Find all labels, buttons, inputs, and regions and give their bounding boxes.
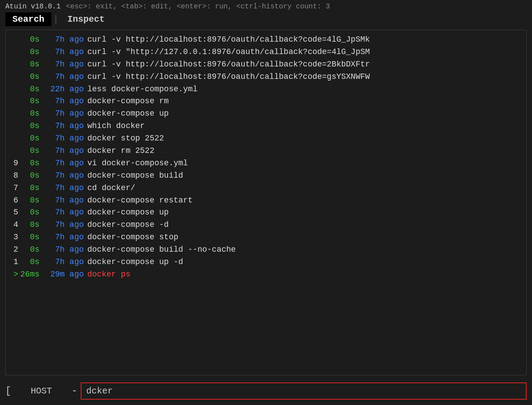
table-row: 20s7h agodocker-compose build --no-cache <box>8 244 524 256</box>
table-row: 0s7h agowhich docker <box>8 120 524 132</box>
row-duration: 0s <box>20 132 43 145</box>
main-content: 0s7h agocurl -v http://localhost:8976/oa… <box>0 26 532 379</box>
row-duration: 0s <box>20 83 43 96</box>
row-duration: 26ms <box>20 269 43 281</box>
row-duration: 0s <box>20 58 43 71</box>
row-time: 7h ago <box>43 46 87 58</box>
row-duration: 0s <box>20 108 43 120</box>
row-cmd: cd docker/ <box>87 182 135 195</box>
row-cmd: curl -v http://localhost:8976/oauth/call… <box>87 58 370 71</box>
table-row: 0s7h agodocker rm 2522 <box>8 145 524 157</box>
row-index: 9 <box>8 157 20 170</box>
table-row: 40s7h agodocker-compose -d <box>8 219 524 231</box>
row-time: 7h ago <box>43 256 87 269</box>
row-duration: 0s <box>20 46 43 58</box>
row-cmd: docker-compose stop <box>87 231 178 244</box>
row-cmd: docker-compose rm <box>87 95 169 108</box>
row-cmd: docker-compose restart <box>87 195 193 207</box>
row-time: 7h ago <box>43 120 87 132</box>
row-cmd: docker-compose up -d <box>87 256 183 269</box>
row-time: 7h ago <box>43 58 87 71</box>
title-row: Atuin v18.0.1 <esc>: exit, <tab>: edit, … <box>5 3 527 12</box>
row-duration: 0s <box>20 71 43 83</box>
row-time: 7h ago <box>43 145 87 157</box>
row-index: 5 <box>8 206 20 219</box>
row-cmd: docker-compose -d <box>87 219 169 231</box>
table-row: 0s7h agocurl -v "http://127.0.0.1:8976/o… <box>8 46 524 58</box>
table-row: 0s7h agocurl -v http://localhost:8976/oa… <box>8 58 524 71</box>
row-time: 7h ago <box>43 182 87 195</box>
row-time: 7h ago <box>43 231 87 244</box>
tab-search[interactable]: Search <box>5 12 51 26</box>
row-time: 7h ago <box>43 219 87 231</box>
tab-divider: | <box>51 14 60 24</box>
row-cmd: vi docker-compose.yml <box>87 157 188 170</box>
row-time: 7h ago <box>43 71 87 83</box>
row-cmd: docker-compose up <box>87 108 169 120</box>
table-row: 0s7h agodocker-compose up <box>8 108 524 120</box>
table-row: 30s7h agodocker-compose stop <box>8 231 524 244</box>
app-title: Atuin v18.0.1 <box>5 3 61 11</box>
bracket-mid: - <box>68 386 81 397</box>
bottom-bar: [ HOST - <box>0 379 532 405</box>
row-cmd: docker ps <box>87 269 130 281</box>
row-duration: 0s <box>20 206 43 219</box>
table-row: 0s7h agocurl -v http://localhost:8976/oa… <box>8 71 524 83</box>
row-index: 8 <box>8 170 20 182</box>
row-time: 7h ago <box>43 195 87 207</box>
table-row: 60s7h agodocker-compose restart <box>8 195 524 207</box>
bracket-open: [ <box>5 386 15 397</box>
table-row: 0s7h agodocker stop 2522 <box>8 132 524 145</box>
row-index: > <box>8 269 20 281</box>
table-row: 0s22h agoless docker-compose.yml <box>8 83 524 96</box>
row-time: 7h ago <box>43 244 87 256</box>
row-index: 3 <box>8 231 20 244</box>
row-cmd: curl -v http://localhost:8976/oauth/call… <box>87 71 370 83</box>
row-index: 2 <box>8 244 20 256</box>
table-row: 0s7h agodocker-compose rm <box>8 95 524 108</box>
row-duration: 0s <box>20 170 43 182</box>
row-time: 7h ago <box>43 34 87 46</box>
row-duration: 0s <box>20 182 43 195</box>
row-time: 7h ago <box>43 132 87 145</box>
row-duration: 0s <box>20 95 43 108</box>
row-duration: 0s <box>20 244 43 256</box>
row-index: 7 <box>8 182 20 195</box>
tab-inspect[interactable]: Inspect <box>60 12 112 26</box>
row-duration: 0s <box>20 219 43 231</box>
title-hint: <esc>: exit, <tab>: edit, <enter>: run, … <box>66 3 330 11</box>
row-index: 6 <box>8 195 20 207</box>
row-duration: 0s <box>20 195 43 207</box>
row-duration: 0s <box>20 256 43 269</box>
row-time: 7h ago <box>43 206 87 219</box>
table-row: 0s7h agocurl -v http://localhost:8976/oa… <box>8 34 524 46</box>
row-cmd: docker-compose build <box>87 170 183 182</box>
row-index: 1 <box>8 256 20 269</box>
app: Atuin v18.0.1 <esc>: exit, <tab>: edit, … <box>0 0 532 405</box>
row-cmd: docker-compose build --no-cache <box>87 244 236 256</box>
row-duration: 0s <box>20 231 43 244</box>
tab-row: Search | Inspect <box>5 12 527 26</box>
row-cmd: less docker-compose.yml <box>87 83 197 96</box>
history-list: 0s7h agocurl -v http://localhost:8976/oa… <box>5 30 527 375</box>
row-cmd: curl -v http://localhost:8976/oauth/call… <box>87 34 370 46</box>
row-duration: 0s <box>20 157 43 170</box>
host-label: HOST <box>15 386 68 396</box>
row-cmd: curl -v "http://127.0.0.1:8976/oauth/cal… <box>87 46 370 58</box>
row-cmd: docker stop 2522 <box>87 132 164 145</box>
row-cmd: docker rm 2522 <box>87 145 154 157</box>
row-time: 29m ago <box>43 269 87 281</box>
table-row: 50s7h agodocker-compose up <box>8 206 524 219</box>
row-duration: 0s <box>20 120 43 132</box>
row-duration: 0s <box>20 34 43 46</box>
row-time: 7h ago <box>43 170 87 182</box>
table-row: 90s7h agovi docker-compose.yml <box>8 157 524 170</box>
row-duration: 0s <box>20 145 43 157</box>
row-cmd: which docker <box>87 120 145 132</box>
row-cmd: docker-compose up <box>87 206 169 219</box>
table-row: 70s7h agocd docker/ <box>8 182 524 195</box>
table-row: 10s7h agodocker-compose up -d <box>8 256 524 269</box>
search-input[interactable] <box>81 382 527 400</box>
row-time: 22h ago <box>43 83 87 96</box>
table-row: 80s7h agodocker-compose build <box>8 170 524 182</box>
